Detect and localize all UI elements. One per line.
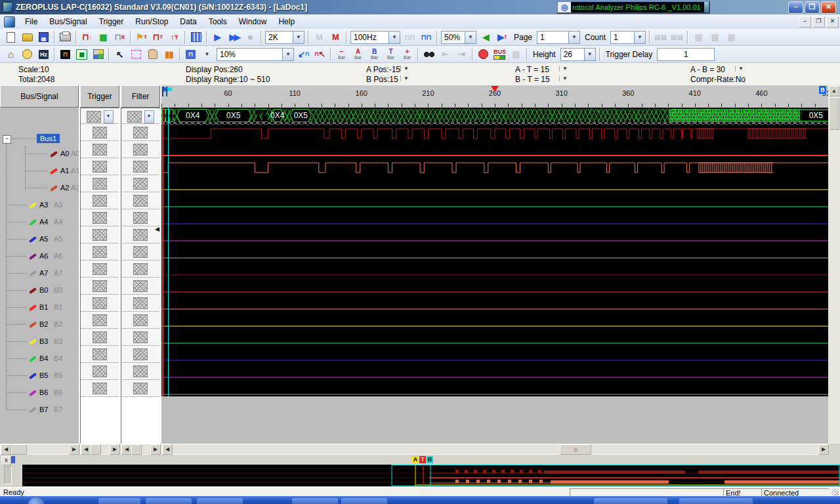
a-b-dropdown[interactable]: ▼ <box>735 66 744 72</box>
bus1-expand-box[interactable]: − <box>3 135 11 144</box>
protocol-analyzer-window[interactable]: ◎ rotocol Analyzer Philips RC-6 _V1.00.0… <box>556 1 710 14</box>
signal-row-B4[interactable]: B4B4 <box>0 350 79 368</box>
filter-cell-A1[interactable] <box>121 141 159 158</box>
pulse-width-trigger-button[interactable]: ⊓E <box>112 30 128 45</box>
count-combo[interactable]: 1▼ <box>610 31 646 44</box>
sampling-depth-combo[interactable]: 2K▼ <box>265 31 304 44</box>
vscroll-thumb[interactable] <box>829 97 839 130</box>
trigger-cell-B5[interactable] <box>81 346 119 363</box>
open-file-button[interactable] <box>19 30 35 45</box>
bus-property-button[interactable]: BUS <box>492 47 508 62</box>
channel-setup-button[interactable]: ▩ <box>95 30 112 45</box>
navigator-window-button[interactable] <box>90 47 106 62</box>
menu-tools[interactable]: Tools <box>203 15 233 28</box>
scroll-up-arrow[interactable]: ▲ <box>829 86 839 96</box>
frequency-view-button[interactable]: Hz <box>35 47 52 62</box>
trigger-delay-input[interactable]: 1 <box>657 48 715 61</box>
trigger-cell-B2[interactable] <box>81 295 119 312</box>
minus-bar-button[interactable]: −Bar <box>333 47 350 62</box>
mdi-restore-button[interactable]: ❐ <box>812 16 825 28</box>
navigator-marker-A[interactable]: A <box>412 456 419 463</box>
bus1-label[interactable]: Bus1 <box>37 134 60 143</box>
zoom-in-button[interactable]: ↙⊓ <box>295 47 312 62</box>
display-ratio-combo[interactable]: 50%▼ <box>441 31 476 44</box>
menu-window[interactable]: Window <box>233 15 273 28</box>
next-page-button[interactable]: ▤▤ <box>669 30 685 45</box>
filter-cell-B1[interactable] <box>121 278 159 295</box>
menu-help[interactable]: Help <box>272 15 301 28</box>
menu-run-stop[interactable]: Run/Stop <box>129 15 174 28</box>
a-bar-marker-line[interactable] <box>162 108 163 396</box>
signal-row-A4[interactable]: A4A4 <box>0 214 79 231</box>
run-button[interactable]: ▶ <box>209 30 226 45</box>
trigger-cell-B4[interactable] <box>81 329 119 346</box>
filter-cell-A0[interactable] <box>121 124 159 141</box>
filter-cell-A2[interactable] <box>121 158 159 175</box>
signal-row-A0[interactable]: A0A0 <box>0 146 79 163</box>
new-file-button[interactable] <box>3 30 19 45</box>
module3-button[interactable]: ▦ <box>723 30 740 45</box>
combo-dropdown-arrow[interactable]: ▼ <box>568 32 579 43</box>
waveform-view-button[interactable]: ⊓ <box>57 47 74 62</box>
filter-hscroll[interactable]: ◀▶ <box>121 444 160 455</box>
filter-cell-B4[interactable] <box>121 329 159 346</box>
next-trigger-page-button[interactable]: ▶T <box>494 30 511 45</box>
add-bar-button[interactable]: +Bar <box>399 47 415 62</box>
close-button[interactable]: ✕ <box>821 1 836 14</box>
bus-panel-hscroll[interactable]: ◀▶ <box>0 444 79 455</box>
pointer-tool-button[interactable]: ↖ <box>112 47 128 62</box>
filter-cell-B3[interactable] <box>121 312 159 329</box>
menu-data[interactable]: Data <box>174 15 202 28</box>
navigator-close-button[interactable]: x <box>1 456 11 465</box>
combo-dropdown-arrow[interactable]: ▼ <box>388 32 400 43</box>
filter-cell-A3[interactable] <box>121 175 159 192</box>
signal-row-A3[interactable]: A3A3 <box>0 197 79 214</box>
trigger-cell-A7[interactable] <box>81 243 119 261</box>
b-bar-marker-line[interactable] <box>168 108 169 396</box>
module1-button[interactable]: ▦ <box>690 30 707 45</box>
signal-row-A6[interactable]: A6A6 <box>0 248 79 265</box>
next-edge-button[interactable]: ⇥ <box>453 47 470 62</box>
sampling-frequency-combo[interactable]: 100Hz▼ <box>350 31 400 44</box>
memory-page-right-button[interactable]: M <box>327 30 344 45</box>
minimize-button[interactable]: – <box>788 1 803 14</box>
find-button[interactable] <box>421 47 437 62</box>
mdi-minimize-button[interactable]: – <box>799 16 811 28</box>
menu-trigger[interactable]: Trigger <box>93 15 130 28</box>
combo-dropdown-arrow[interactable]: ▼ <box>465 32 476 43</box>
bus-analyze-button[interactable]: ▦ <box>508 47 524 62</box>
filter-cell-B0[interactable] <box>121 261 159 278</box>
signal-row-B2[interactable]: B2B2 <box>0 316 79 333</box>
waveform-ruler[interactable]: 60110160210260310360410460510B <box>161 85 828 108</box>
combo-dropdown-arrow[interactable]: ▼ <box>634 32 645 43</box>
timer-button[interactable] <box>475 47 492 62</box>
module2-button[interactable]: ▦ <box>707 30 723 45</box>
trigger-position-marker[interactable] <box>491 86 499 92</box>
signal-row-B5[interactable]: B5B5 <box>0 368 79 385</box>
taskbar-button[interactable] <box>197 498 243 504</box>
clock-button[interactable] <box>19 47 35 62</box>
menu-bus-signal[interactable]: Bus/Signal <box>43 15 93 28</box>
signal-row-A5[interactable]: A5A5 <box>0 231 79 248</box>
taskbar-button[interactable] <box>146 498 192 504</box>
taskbar-button[interactable] <box>679 498 753 504</box>
dropdown-arrow[interactable]: ▼ <box>144 110 154 123</box>
panel-collapse-handle[interactable]: ◀ <box>155 226 159 232</box>
combo-dropdown-arrow[interactable]: ▼ <box>584 49 595 60</box>
a-t-dropdown[interactable]: ▼ <box>559 66 568 72</box>
combo-dropdown-arrow[interactable]: ▼ <box>293 32 304 43</box>
listing-view-button[interactable]: ▦ <box>74 47 90 62</box>
taskbar-button[interactable] <box>292 498 338 504</box>
stack-data-button[interactable] <box>188 30 204 45</box>
trigger-cell-B6[interactable] <box>81 363 119 380</box>
filter-cell-B6[interactable] <box>121 363 159 380</box>
waveform-mode-button[interactable]: ⊓ <box>182 47 199 62</box>
a-bar-button[interactable]: ABar <box>350 47 366 62</box>
filter-cell-B2[interactable] <box>121 295 159 312</box>
t-bar-button[interactable]: TBar <box>383 47 399 62</box>
bar-trigger-button[interactable]: ⚑T <box>133 30 150 45</box>
prev-edge-button[interactable]: ⇤ <box>437 47 453 62</box>
trigger-cell-A6[interactable] <box>81 226 119 243</box>
repeat-run-button[interactable]: ▶▶ <box>226 30 242 45</box>
waveform-hscroll-thumb[interactable]: ||| <box>560 444 591 455</box>
